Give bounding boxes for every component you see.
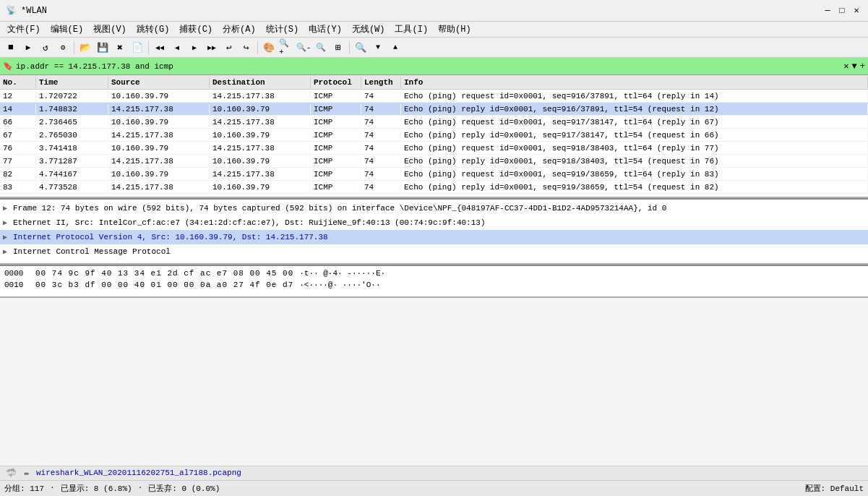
cell-length: 74 <box>361 169 401 179</box>
hex-bytes: 00 3c b3 df 00 00 40 01 00 00 0a a0 27 4… <box>35 281 293 289</box>
maximize-button[interactable]: □ <box>836 5 848 17</box>
cell-no: 14 <box>0 104 36 114</box>
menu-item[interactable]: 工具(I) <box>390 22 432 37</box>
packet-list-panel: No. Time Source Destination Protocol Len… <box>0 75 868 198</box>
menu-item[interactable]: 编辑(E) <box>46 22 88 37</box>
table-row[interactable]: 77 3.771287 14.215.177.38 10.160.39.79 I… <box>0 155 868 168</box>
menu-item[interactable]: 帮助(H) <box>434 22 476 37</box>
find-next-button[interactable]: ▼ <box>370 40 386 56</box>
find-prev-button[interactable]: ▲ <box>387 40 403 56</box>
cell-protocol: ICMP <box>311 104 361 114</box>
resize-columns-button[interactable]: ⊞ <box>330 40 346 56</box>
expand-arrow-icon: ▶ <box>3 204 10 213</box>
filter-add-icon[interactable]: + <box>860 61 865 72</box>
table-row[interactable]: 67 2.765030 14.215.177.38 10.160.39.79 I… <box>0 129 868 142</box>
cell-source: 10.160.39.79 <box>108 117 210 127</box>
save-button[interactable]: 💾 <box>95 40 111 56</box>
prev-packet-button[interactable]: ◀◀ <box>152 40 168 56</box>
cell-time: 2.736465 <box>36 117 108 127</box>
menu-bar: 文件(F)编辑(E)视图(V)跳转(G)捕获(C)分析(A)统计(S)电话(Y)… <box>0 22 868 38</box>
table-row[interactable]: 83 4.773528 14.215.177.38 10.160.39.79 I… <box>0 181 868 194</box>
forward-button[interactable]: ▶ <box>186 40 202 56</box>
go-back-button[interactable]: ↩ <box>221 40 237 56</box>
cell-length: 74 <box>361 182 401 192</box>
menu-item[interactable]: 分析(A) <box>218 22 260 37</box>
menu-item[interactable]: 视图(V) <box>89 22 131 37</box>
cell-source: 10.160.39.79 <box>108 169 210 179</box>
refresh-button[interactable]: ↺ <box>38 40 53 56</box>
close-file-button[interactable]: ✖ <box>112 40 128 56</box>
hex-ascii: ·t·· @·4· -·····E· <box>299 269 385 278</box>
colorize-button[interactable]: 🎨 <box>261 40 277 56</box>
menu-item[interactable]: 电话(Y) <box>304 22 346 37</box>
cell-no: 66 <box>0 117 36 127</box>
filter-close-icon[interactable]: ✕ <box>843 61 848 72</box>
stop-button[interactable]: ■ <box>3 40 19 56</box>
detail-row[interactable]: ▶Frame 12: 74 bytes on wire (592 bits), … <box>0 201 868 215</box>
go-forward-button[interactable]: ↪ <box>239 40 254 56</box>
menu-item[interactable]: 统计(S) <box>262 22 304 37</box>
open-button[interactable]: 📂 <box>77 40 93 56</box>
zoom-normal-button[interactable]: 🔍 <box>313 40 329 56</box>
cell-source: 14.215.177.38 <box>108 130 210 140</box>
menu-item[interactable]: 捕获(C) <box>175 22 217 37</box>
reload-button[interactable]: 📄 <box>129 40 145 56</box>
hex-ascii: ·<····@· ····'O·· <box>299 281 380 289</box>
table-row[interactable]: 76 3.741418 10.160.39.79 14.215.177.38 I… <box>0 142 868 155</box>
cell-source: 14.215.177.38 <box>108 156 210 166</box>
back-button[interactable]: ◀ <box>169 40 185 56</box>
zoom-out-button[interactable]: 🔍- <box>296 40 311 56</box>
minimize-button[interactable]: ─ <box>822 5 833 17</box>
cell-source: 14.215.177.38 <box>108 104 210 114</box>
cell-destination: 14.215.177.38 <box>210 91 311 101</box>
capture-options-button[interactable]: ⚙ <box>55 40 71 56</box>
next-packet-button[interactable]: ▶▶ <box>204 40 220 56</box>
cell-no: 77 <box>0 156 36 166</box>
detail-row[interactable]: ▶Ethernet II, Src: IntelCor_cf:ac:e7 (34… <box>0 215 868 230</box>
expand-arrow-icon: ▶ <box>3 233 10 241</box>
filter-input[interactable] <box>16 62 841 71</box>
find-packet-button[interactable]: 🔍 <box>353 40 369 56</box>
col-header-length: Length <box>361 77 401 88</box>
menu-item[interactable]: 文件(F) <box>3 22 45 37</box>
status-filename: wireshark_WLAN_20201116202751_al7188.pca… <box>36 469 241 477</box>
filter-arrow-icon[interactable]: ▼ <box>852 61 857 72</box>
zoom-in-button[interactable]: 🔍+ <box>278 40 294 56</box>
stat-displayed: 已显示: 8 (6.8%) <box>61 483 132 494</box>
cell-info: Echo (ping) reply id=0x0001, seq=917/381… <box>401 130 868 140</box>
status-stats: 分组: 117 · 已显示: 8 (6.8%) · 已丢弃: 0 (0.0%) <box>4 483 220 494</box>
cell-destination: 14.215.177.38 <box>210 117 311 127</box>
toolbar-separator-3 <box>257 41 258 54</box>
menu-item[interactable]: 无线(W) <box>348 22 390 37</box>
table-row[interactable]: 14 1.748832 14.215.177.38 10.160.39.79 I… <box>0 103 868 116</box>
title-bar: 📡 *WLAN ─ □ ✕ <box>0 0 868 22</box>
cell-time: 3.741418 <box>36 143 108 153</box>
profile-label: 配置: Default <box>805 483 864 494</box>
cell-source: 10.160.39.79 <box>108 143 210 153</box>
detail-row[interactable]: ▶Internet Control Message Protocol <box>0 244 868 259</box>
detail-row[interactable]: ▶Internet Protocol Version 4, Src: 10.16… <box>0 230 868 244</box>
cell-no: 82 <box>0 169 36 179</box>
cell-time: 2.765030 <box>36 130 108 140</box>
filter-label: 🔖 <box>3 61 13 71</box>
table-row[interactable]: 12 1.720722 10.160.39.79 14.215.177.38 I… <box>0 90 868 103</box>
col-header-time: Time <box>36 77 108 88</box>
close-button[interactable]: ✕ <box>851 5 862 17</box>
cell-destination: 10.160.39.79 <box>210 182 311 192</box>
cell-info: Echo (ping) request id=0x0001, seq=916/3… <box>401 91 868 101</box>
hex-row: 0000 00 74 9c 9f 40 13 34 e1 2d cf ac e7… <box>4 268 864 279</box>
table-row[interactable]: 82 4.744167 10.160.39.79 14.215.177.38 I… <box>0 168 868 181</box>
cell-source: 10.160.39.79 <box>108 91 210 101</box>
expand-arrow-icon: ▶ <box>3 247 10 256</box>
cell-time: 1.748832 <box>36 104 108 114</box>
table-row[interactable]: 66 2.736465 10.160.39.79 14.215.177.38 I… <box>0 116 868 129</box>
hex-dump-panel: 0000 00 74 9c 9f 40 13 34 e1 2d cf ac e7… <box>0 265 868 298</box>
col-header-destination: Destination <box>210 77 311 88</box>
play-button[interactable]: ▶ <box>20 40 36 56</box>
middle-spacer <box>0 298 868 466</box>
packet-detail-panel: ▶Frame 12: 74 bytes on wire (592 bits), … <box>0 198 868 265</box>
hex-offset: 0010 <box>4 281 30 289</box>
detail-text: Internet Protocol Version 4, Src: 10.160… <box>13 233 328 241</box>
menu-item[interactable]: 跳转(G) <box>132 22 174 37</box>
cell-protocol: ICMP <box>311 182 361 192</box>
